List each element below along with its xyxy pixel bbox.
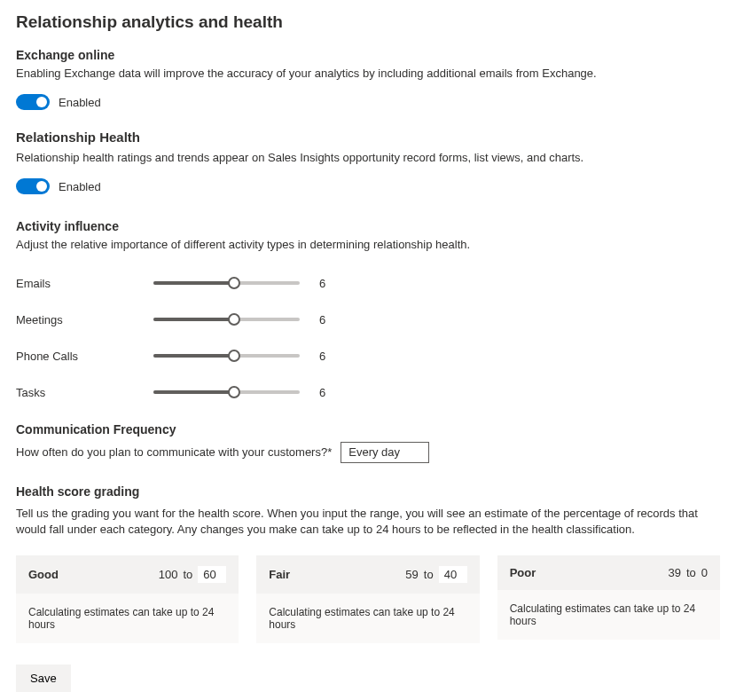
slider-value-phone: 6 bbox=[319, 350, 325, 363]
card-label-good: Good bbox=[28, 568, 59, 581]
activity-description: Adjust the relative importance of differ… bbox=[16, 237, 720, 253]
slider-fill bbox=[153, 390, 234, 394]
slider-label-phone: Phone Calls bbox=[16, 350, 153, 363]
card-note-good: Calculating estimates can take up to 24 … bbox=[16, 594, 239, 643]
slider-row-tasks: Tasks 6 bbox=[16, 386, 720, 399]
page-title: Relationship analytics and health bbox=[16, 12, 720, 32]
slider-row-phone: Phone Calls 6 bbox=[16, 350, 720, 363]
communication-label: How often do you plan to communicate wit… bbox=[16, 445, 332, 459]
grading-description: Tell us the grading you want for the hea… bbox=[16, 506, 720, 538]
card-note-poor: Calculating estimates can take up to 24 … bbox=[497, 590, 720, 640]
slider-value-meetings: 6 bbox=[319, 313, 325, 326]
communication-frequency-select[interactable]: Every day bbox=[341, 442, 429, 463]
health-toggle-row: Enabled bbox=[16, 178, 720, 194]
card-note-fair: Calculating estimates can take up to 24 … bbox=[256, 594, 479, 643]
range-to: to bbox=[183, 568, 192, 581]
card-header: Fair 59 to 40 bbox=[256, 555, 479, 594]
card-header: Poor 39 to 0 bbox=[497, 555, 720, 590]
range-high: 59 bbox=[405, 568, 418, 581]
slider-tasks[interactable] bbox=[153, 390, 300, 394]
card-label-poor: Poor bbox=[510, 566, 536, 579]
save-button[interactable]: Save bbox=[16, 665, 71, 692]
range-low: 0 bbox=[701, 566, 708, 579]
health-description: Relationship health ratings and trends a… bbox=[16, 150, 720, 166]
range-high: 39 bbox=[668, 566, 680, 579]
grading-card-poor: Poor 39 to 0 Calculating estimates can t… bbox=[497, 555, 720, 643]
slider-row-meetings: Meetings 6 bbox=[16, 313, 720, 326]
health-section-title: Relationship Health bbox=[16, 130, 720, 145]
exchange-toggle-label: Enabled bbox=[59, 96, 101, 109]
range-high: 100 bbox=[159, 568, 178, 581]
exchange-description: Enabling Exchange data will improve the … bbox=[16, 66, 720, 82]
health-toggle[interactable] bbox=[16, 178, 50, 194]
grading-card-good: Good 100 to 60 Calculating estimates can… bbox=[16, 555, 239, 643]
range-fair: 59 to 40 bbox=[405, 566, 466, 583]
range-to: to bbox=[424, 568, 434, 581]
slider-fill bbox=[153, 318, 234, 321]
communication-row: How often do you plan to communicate wit… bbox=[16, 442, 720, 463]
slider-thumb[interactable] bbox=[228, 277, 240, 289]
slider-fill bbox=[153, 281, 234, 285]
range-input-good[interactable]: 60 bbox=[198, 566, 226, 583]
slider-meetings[interactable] bbox=[153, 318, 300, 321]
slider-label-tasks: Tasks bbox=[16, 386, 153, 399]
slider-thumb[interactable] bbox=[228, 386, 240, 398]
slider-phone[interactable] bbox=[153, 354, 300, 358]
card-header: Good 100 to 60 bbox=[16, 555, 239, 594]
grading-section-title: Health score grading bbox=[16, 484, 720, 499]
slider-value-tasks: 6 bbox=[319, 386, 325, 399]
activity-section-title: Activity influence bbox=[16, 219, 720, 233]
grading-cards: Good 100 to 60 Calculating estimates can… bbox=[16, 555, 720, 643]
exchange-toggle-row: Enabled bbox=[16, 94, 720, 110]
slider-label-meetings: Meetings bbox=[16, 313, 153, 326]
exchange-toggle[interactable] bbox=[16, 94, 50, 110]
slider-fill bbox=[153, 354, 234, 358]
communication-section-title: Communication Frequency bbox=[16, 422, 720, 437]
slider-thumb[interactable] bbox=[228, 313, 240, 326]
slider-value-emails: 6 bbox=[319, 277, 325, 290]
range-input-fair[interactable]: 40 bbox=[439, 566, 467, 583]
slider-emails[interactable] bbox=[153, 281, 300, 285]
slider-row-emails: Emails 6 bbox=[16, 277, 720, 290]
range-good: 100 to 60 bbox=[159, 566, 227, 583]
health-toggle-label: Enabled bbox=[59, 180, 101, 193]
range-poor: 39 to 0 bbox=[668, 566, 708, 579]
slider-label-emails: Emails bbox=[16, 277, 153, 290]
card-label-fair: Fair bbox=[269, 568, 290, 581]
range-to: to bbox=[686, 566, 696, 579]
grading-card-fair: Fair 59 to 40 Calculating estimates can … bbox=[256, 555, 479, 643]
exchange-section-title: Exchange online bbox=[16, 48, 720, 62]
slider-thumb[interactable] bbox=[228, 350, 240, 362]
